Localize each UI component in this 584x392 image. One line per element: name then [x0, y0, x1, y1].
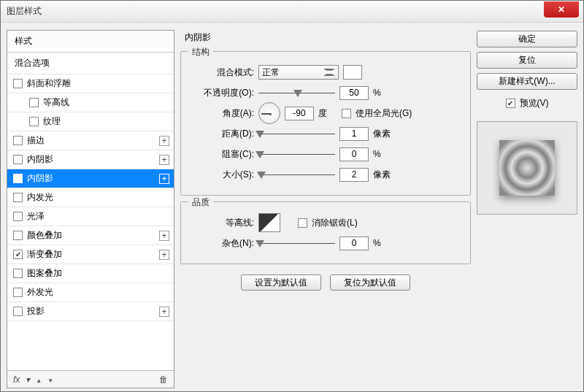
- blend-mode-select[interactable]: 正常: [258, 65, 339, 80]
- style-list: 样式 混合选项 斜面和浮雕等高线纹理描边内阴影内阴影内发光光泽颜色叠加渐变叠加图…: [7, 31, 174, 370]
- style-checkbox[interactable]: [13, 136, 23, 145]
- reset-default-button[interactable]: 复位为默认值: [330, 274, 410, 291]
- move-down-icon[interactable]: [47, 374, 53, 385]
- style-label: 投影: [27, 305, 45, 318]
- opacity-slider[interactable]: [258, 88, 335, 98]
- global-light-checkbox[interactable]: [342, 109, 351, 118]
- ok-button[interactable]: 确定: [477, 31, 577, 47]
- noise-input[interactable]: 0: [339, 237, 369, 250]
- angle-input[interactable]: -90: [285, 107, 314, 120]
- distance-label: 距离(D):: [190, 128, 254, 140]
- add-effect-icon[interactable]: [159, 155, 169, 165]
- style-row-0[interactable]: 斜面和浮雕: [7, 74, 174, 93]
- preview-thumbnail: [499, 140, 555, 196]
- choke-slider[interactable]: [258, 149, 335, 159]
- style-checkbox[interactable]: [13, 269, 23, 278]
- settings-panel: 内阴影 结构 混合模式: 正常 不透明度(O): 50 % 角度(A):: [180, 30, 471, 388]
- opacity-input[interactable]: 50: [339, 86, 369, 100]
- add-effect-icon[interactable]: [159, 250, 169, 260]
- antialias-label: 消除锯齿(L): [312, 217, 358, 229]
- style-checkbox[interactable]: [13, 250, 23, 259]
- style-row-7[interactable]: 光泽: [7, 207, 174, 226]
- choke-label: 阻塞(C):: [190, 148, 254, 161]
- style-label: 外发光: [27, 286, 53, 299]
- layer-style-dialog: 图层样式 样式 混合选项 斜面和浮雕等高线纹理描边内阴影内阴影内发光光泽颜色叠加…: [0, 0, 584, 392]
- style-checkbox[interactable]: [13, 212, 23, 221]
- noise-label: 杂色(N):: [190, 237, 254, 250]
- style-label: 光泽: [27, 210, 45, 223]
- titlebar[interactable]: 图层样式: [1, 1, 583, 23]
- dialog-body: 样式 混合选项 斜面和浮雕等高线纹理描边内阴影内阴影内发光光泽颜色叠加渐变叠加图…: [1, 23, 583, 391]
- fx-menu-icon[interactable]: ▾: [26, 374, 30, 385]
- preview-checkbox[interactable]: [506, 99, 515, 108]
- preview-row: 预览(V): [477, 97, 577, 109]
- size-slider[interactable]: [258, 169, 335, 180]
- close-button[interactable]: [544, 1, 579, 18]
- add-effect-icon[interactable]: [159, 174, 169, 184]
- cancel-button[interactable]: 复位: [477, 52, 577, 69]
- style-row-3[interactable]: 描边: [7, 131, 174, 150]
- style-label: 渐变叠加: [27, 248, 62, 261]
- style-row-2[interactable]: 纹理: [7, 112, 174, 131]
- distance-unit: 像素: [373, 128, 392, 140]
- add-effect-icon[interactable]: [159, 136, 169, 146]
- style-row-5[interactable]: 内阴影: [7, 169, 174, 188]
- global-light-label: 使用全局光(G): [356, 107, 412, 120]
- shadow-color-picker[interactable]: [343, 65, 362, 80]
- style-checkbox[interactable]: [13, 193, 23, 202]
- set-default-button[interactable]: 设置为默认值: [241, 274, 321, 291]
- fx-label[interactable]: fx: [13, 374, 20, 385]
- window-title: 图层样式: [7, 5, 42, 18]
- style-checkbox[interactable]: [13, 174, 23, 183]
- distance-slider[interactable]: [258, 128, 335, 139]
- add-effect-icon[interactable]: [159, 231, 169, 241]
- style-row-9[interactable]: 渐变叠加: [7, 245, 174, 264]
- style-checkbox[interactable]: [13, 79, 23, 88]
- distance-input[interactable]: 1: [339, 127, 369, 141]
- style-checkbox[interactable]: [13, 231, 23, 240]
- style-label: 描边: [27, 134, 45, 147]
- angle-dial[interactable]: [258, 102, 280, 124]
- style-label: 内发光: [27, 191, 53, 204]
- angle-unit: 度: [318, 107, 337, 120]
- size-input[interactable]: 2: [339, 168, 369, 182]
- style-checkbox[interactable]: [13, 288, 23, 297]
- style-checkbox[interactable]: [13, 307, 23, 316]
- blending-options[interactable]: 混合选项: [7, 53, 174, 74]
- add-effect-icon[interactable]: [159, 307, 169, 317]
- style-checkbox[interactable]: [13, 155, 23, 164]
- quality-group: 品质 等高线: 消除锯齿(L) 杂色(N): 0 %: [180, 201, 471, 264]
- default-buttons: 设置为默认值 复位为默认值: [180, 274, 471, 291]
- style-label: 等高线: [43, 96, 69, 109]
- style-row-4[interactable]: 内阴影: [7, 150, 174, 169]
- antialias-checkbox[interactable]: [298, 218, 307, 228]
- blend-mode-label: 混合模式:: [190, 66, 254, 79]
- choke-input[interactable]: 0: [339, 147, 369, 161]
- style-row-1[interactable]: 等高线: [7, 93, 174, 112]
- style-row-6[interactable]: 内发光: [7, 188, 174, 207]
- noise-slider[interactable]: [258, 238, 335, 248]
- preview-box: [477, 121, 577, 215]
- new-style-button[interactable]: 新建样式(W)...: [477, 73, 577, 90]
- move-up-icon[interactable]: [36, 374, 42, 385]
- style-label: 内阴影: [27, 153, 53, 166]
- noise-unit: %: [373, 238, 392, 248]
- panel-title: 内阴影: [180, 31, 471, 44]
- style-label: 斜面和浮雕: [27, 77, 71, 90]
- style-row-8[interactable]: 颜色叠加: [7, 226, 174, 245]
- style-checkbox[interactable]: [29, 98, 39, 107]
- style-row-10[interactable]: 图案叠加: [7, 264, 174, 283]
- sidebar-footer: fx▾: [7, 370, 174, 388]
- quality-legend: 品质: [188, 196, 213, 209]
- structure-legend: 结构: [188, 46, 213, 58]
- style-row-11[interactable]: 外发光: [7, 283, 174, 302]
- size-unit: 像素: [373, 169, 392, 181]
- structure-group: 结构 混合模式: 正常 不透明度(O): 50 % 角度(A): -90 度: [180, 51, 471, 196]
- trash-icon[interactable]: [159, 374, 168, 385]
- sidebar-header[interactable]: 样式: [7, 31, 174, 53]
- opacity-label: 不透明度(O):: [190, 87, 254, 99]
- style-row-12[interactable]: 投影: [7, 302, 174, 321]
- contour-picker[interactable]: [258, 213, 280, 232]
- style-label: 颜色叠加: [27, 229, 62, 242]
- style-checkbox[interactable]: [29, 117, 39, 126]
